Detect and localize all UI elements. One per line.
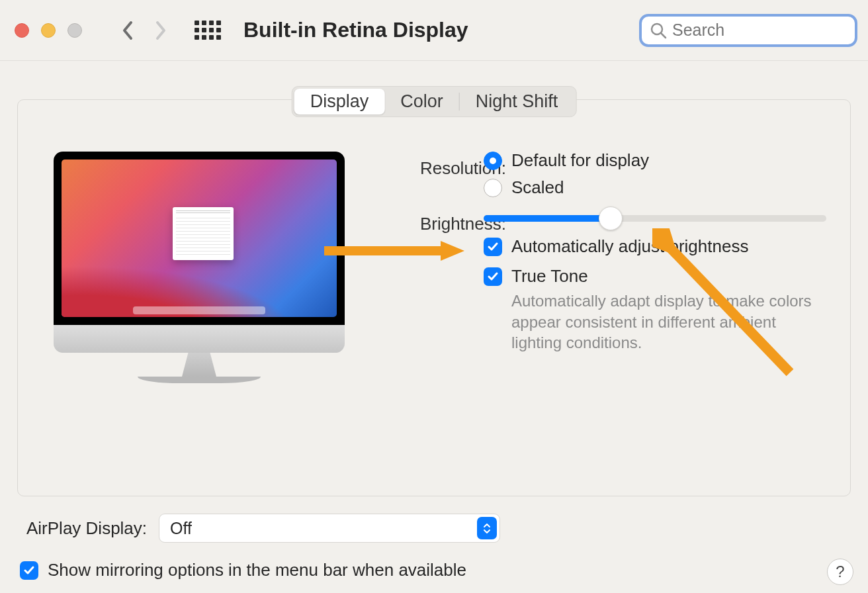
brightness-slider-thumb[interactable] xyxy=(599,206,623,230)
minimize-window-button[interactable] xyxy=(41,23,56,38)
zoom-window-button[interactable] xyxy=(67,23,82,38)
resolution-radio-default[interactable] xyxy=(484,152,502,170)
page-title: Built-in Retina Display xyxy=(243,18,468,42)
search-field[interactable] xyxy=(639,14,857,47)
search-icon xyxy=(650,22,667,39)
toolbar: Built-in Retina Display xyxy=(0,0,868,61)
brightness-slider-fill xyxy=(484,215,611,222)
settings-panel: Resolution: Brightness: Default for disp… xyxy=(17,99,851,496)
airplay-row: AirPlay Display: Off xyxy=(26,514,500,543)
tab-display[interactable]: Display xyxy=(294,89,385,114)
true-tone-checkbox[interactable] xyxy=(484,267,502,286)
close-window-button[interactable] xyxy=(15,23,29,38)
forward-button[interactable] xyxy=(153,19,168,42)
tab-bar: Display Color Night Shift xyxy=(292,86,577,117)
help-icon: ? xyxy=(836,563,844,581)
display-preview xyxy=(54,152,345,383)
auto-brightness-label: Automatically adjust brightness xyxy=(511,236,748,257)
help-button[interactable]: ? xyxy=(827,559,853,585)
back-button[interactable] xyxy=(120,19,135,42)
svg-line-1 xyxy=(661,33,666,38)
window-controls xyxy=(15,23,82,38)
nav-arrows xyxy=(120,19,168,42)
auto-brightness-checkbox[interactable] xyxy=(484,238,502,256)
mirroring-row: Show mirroring options in the menu bar w… xyxy=(20,560,466,580)
airplay-select-stepper-icon xyxy=(477,517,497,539)
mirroring-label: Show mirroring options in the menu bar w… xyxy=(48,560,466,580)
display-preview-screen xyxy=(54,152,345,325)
resolution-option-scaled-label: Scaled xyxy=(511,177,564,198)
airplay-select-value: Off xyxy=(170,519,192,538)
airplay-select[interactable]: Off xyxy=(159,514,500,543)
true-tone-label: True Tone xyxy=(511,266,588,287)
airplay-label: AirPlay Display: xyxy=(26,518,147,539)
settings-controls: Default for display Scaled Automatically… xyxy=(484,150,826,353)
resolution-option-default-label: Default for display xyxy=(511,150,649,171)
brightness-slider[interactable] xyxy=(484,215,826,222)
true-tone-description: Automatically adapt display to make colo… xyxy=(511,291,816,353)
tab-color[interactable]: Color xyxy=(384,89,459,114)
search-input[interactable] xyxy=(672,21,847,40)
resolution-radio-scaled[interactable] xyxy=(484,179,502,197)
tab-night-shift[interactable]: Night Shift xyxy=(460,89,574,114)
show-all-prefs-icon[interactable] xyxy=(195,21,221,40)
mirroring-checkbox[interactable] xyxy=(20,561,38,580)
